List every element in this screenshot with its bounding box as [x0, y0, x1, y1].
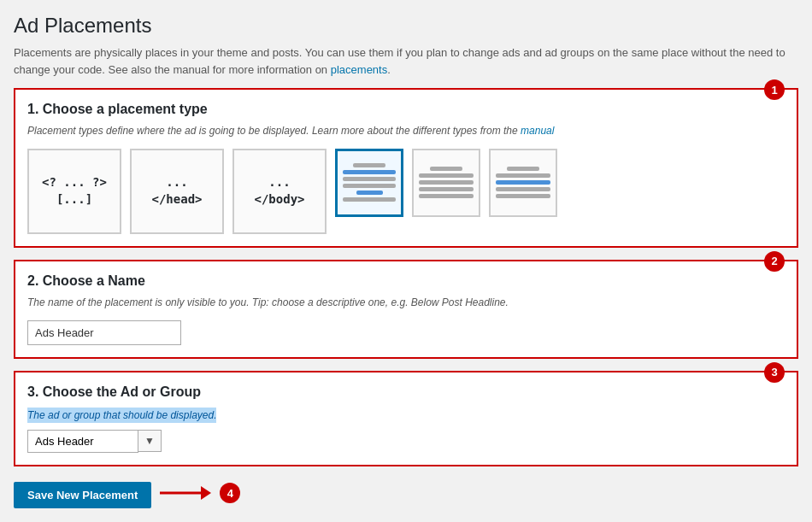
- ad-select-wrapper: Ads Header ▼: [27, 430, 785, 453]
- placement-name-input[interactable]: [27, 320, 181, 345]
- section-choose-ad-group: 3 3. Choose the Ad or Group The ad or gr…: [14, 371, 798, 466]
- step-badge-1: 1: [764, 79, 785, 100]
- mini-line-blue: [356, 191, 383, 195]
- placement-card-body[interactable]: ... </body>: [232, 149, 327, 234]
- save-row: Save New Placement 4: [14, 478, 798, 508]
- section2-desc: The name of the placement is only visibl…: [27, 296, 785, 310]
- placement-card-content-left[interactable]: [335, 149, 403, 217]
- placement-card-shortcode[interactable]: <? ... ?> [...]: [27, 149, 121, 234]
- mini-line-blue: [343, 170, 396, 174]
- mini-line: [419, 180, 474, 185]
- manual-link[interactable]: manual: [521, 125, 554, 137]
- section2-title: 2. Choose a Name: [27, 273, 785, 289]
- mini-line: [419, 194, 474, 198]
- arrow-icon: [160, 485, 211, 501]
- mini-line: [419, 187, 474, 191]
- mini-line: [353, 163, 385, 167]
- mini-line: [343, 184, 396, 188]
- mini-line: [496, 173, 550, 178]
- mini-line: [496, 187, 550, 191]
- mini-line: [496, 194, 550, 198]
- section-choose-name: 2 2. Choose a Name The name of the place…: [14, 260, 798, 359]
- section3-title: 3. Choose the Ad or Group: [27, 384, 785, 400]
- mini-line: [507, 167, 539, 171]
- mini-line: [430, 167, 462, 171]
- placement-card-head[interactable]: ... </head>: [130, 149, 224, 234]
- select-dropdown-button[interactable]: ▼: [138, 430, 162, 452]
- page-title: Ad Placements: [14, 14, 798, 38]
- placement-card-content-right[interactable]: [412, 149, 480, 217]
- step-badge-3: 3: [764, 362, 785, 383]
- page-description: Placements are physically places in your…: [14, 44, 798, 78]
- placements-link[interactable]: placements: [331, 63, 387, 76]
- mini-line-blue: [496, 180, 550, 185]
- ad-group-select[interactable]: Ads Header: [27, 430, 138, 453]
- mini-line: [419, 173, 474, 178]
- mini-line: [343, 197, 396, 202]
- section-choose-placement-type: 1 1. Choose a placement type Placement t…: [14, 88, 798, 248]
- section1-desc: Placement types define where the ad is g…: [27, 124, 785, 138]
- mini-line: [343, 177, 396, 181]
- section1-title: 1. Choose a placement type: [27, 102, 785, 117]
- ad-group-highlight: The ad or group that should be displayed…: [27, 408, 216, 423]
- step-badge-4: 4: [220, 483, 240, 503]
- save-new-placement-button[interactable]: Save New Placement: [14, 482, 151, 508]
- step-badge-2: 2: [764, 251, 785, 272]
- placement-types-container: <? ... ?> [...] ... </head> ... </body>: [27, 149, 785, 234]
- placement-card-content-inline[interactable]: [489, 149, 557, 217]
